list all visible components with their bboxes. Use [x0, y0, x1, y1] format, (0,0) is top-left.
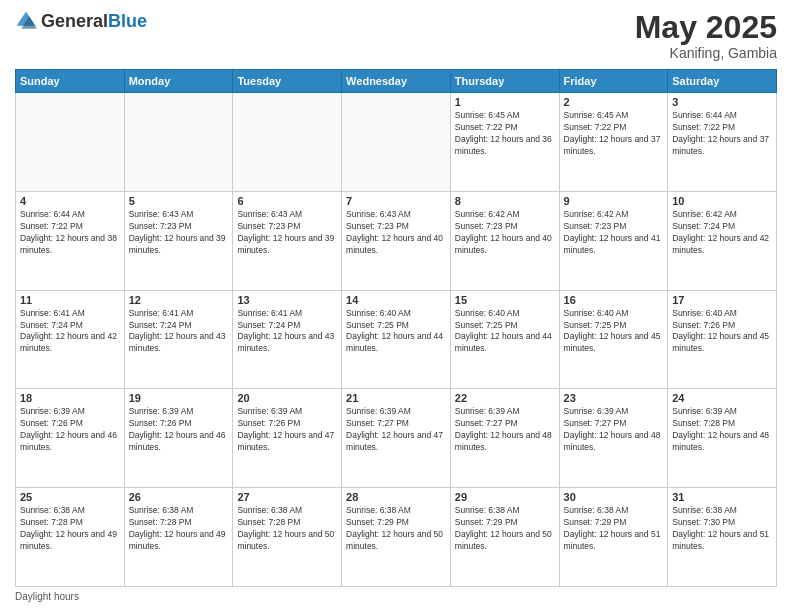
day-info: Sunrise: 6:38 AM Sunset: 7:28 PM Dayligh… — [20, 505, 120, 553]
day-info: Sunrise: 6:38 AM Sunset: 7:29 PM Dayligh… — [346, 505, 446, 553]
day-number: 11 — [20, 294, 120, 306]
day-info: Sunrise: 6:39 AM Sunset: 7:26 PM Dayligh… — [129, 406, 229, 454]
table-row: 25Sunrise: 6:38 AM Sunset: 7:28 PM Dayli… — [16, 488, 125, 587]
calendar-week-4: 18Sunrise: 6:39 AM Sunset: 7:26 PM Dayli… — [16, 389, 777, 488]
table-row: 13Sunrise: 6:41 AM Sunset: 7:24 PM Dayli… — [233, 290, 342, 389]
calendar-week-5: 25Sunrise: 6:38 AM Sunset: 7:28 PM Dayli… — [16, 488, 777, 587]
day-number: 8 — [455, 195, 555, 207]
day-info: Sunrise: 6:38 AM Sunset: 7:28 PM Dayligh… — [237, 505, 337, 553]
day-number: 31 — [672, 491, 772, 503]
day-number: 5 — [129, 195, 229, 207]
day-number: 29 — [455, 491, 555, 503]
location-title: Kanifing, Gambia — [635, 45, 777, 61]
day-number: 2 — [564, 96, 664, 108]
logo-general: General — [41, 11, 108, 31]
table-row: 19Sunrise: 6:39 AM Sunset: 7:26 PM Dayli… — [124, 389, 233, 488]
table-row: 15Sunrise: 6:40 AM Sunset: 7:25 PM Dayli… — [450, 290, 559, 389]
col-thursday: Thursday — [450, 70, 559, 93]
col-monday: Monday — [124, 70, 233, 93]
table-row: 29Sunrise: 6:38 AM Sunset: 7:29 PM Dayli… — [450, 488, 559, 587]
calendar-week-1: 1Sunrise: 6:45 AM Sunset: 7:22 PM Daylig… — [16, 93, 777, 192]
table-row: 22Sunrise: 6:39 AM Sunset: 7:27 PM Dayli… — [450, 389, 559, 488]
month-title: May 2025 — [635, 10, 777, 45]
day-info: Sunrise: 6:44 AM Sunset: 7:22 PM Dayligh… — [672, 110, 772, 158]
col-wednesday: Wednesday — [342, 70, 451, 93]
day-info: Sunrise: 6:39 AM Sunset: 7:27 PM Dayligh… — [346, 406, 446, 454]
day-number: 17 — [672, 294, 772, 306]
calendar-week-2: 4Sunrise: 6:44 AM Sunset: 7:22 PM Daylig… — [16, 191, 777, 290]
header: GeneralBlue May 2025 Kanifing, Gambia — [15, 10, 777, 61]
day-info: Sunrise: 6:39 AM Sunset: 7:27 PM Dayligh… — [564, 406, 664, 454]
day-number: 10 — [672, 195, 772, 207]
day-number: 4 — [20, 195, 120, 207]
day-info: Sunrise: 6:39 AM Sunset: 7:27 PM Dayligh… — [455, 406, 555, 454]
day-number: 25 — [20, 491, 120, 503]
day-info: Sunrise: 6:38 AM Sunset: 7:30 PM Dayligh… — [672, 505, 772, 553]
day-info: Sunrise: 6:38 AM Sunset: 7:29 PM Dayligh… — [564, 505, 664, 553]
day-number: 12 — [129, 294, 229, 306]
day-number: 28 — [346, 491, 446, 503]
table-row: 23Sunrise: 6:39 AM Sunset: 7:27 PM Dayli… — [559, 389, 668, 488]
day-info: Sunrise: 6:43 AM Sunset: 7:23 PM Dayligh… — [237, 209, 337, 257]
day-info: Sunrise: 6:39 AM Sunset: 7:26 PM Dayligh… — [237, 406, 337, 454]
calendar-table: Sunday Monday Tuesday Wednesday Thursday… — [15, 69, 777, 587]
table-row: 27Sunrise: 6:38 AM Sunset: 7:28 PM Dayli… — [233, 488, 342, 587]
logo: GeneralBlue — [15, 10, 147, 32]
day-info: Sunrise: 6:43 AM Sunset: 7:23 PM Dayligh… — [346, 209, 446, 257]
day-info: Sunrise: 6:44 AM Sunset: 7:22 PM Dayligh… — [20, 209, 120, 257]
table-row: 28Sunrise: 6:38 AM Sunset: 7:29 PM Dayli… — [342, 488, 451, 587]
logo-text: GeneralBlue — [41, 11, 147, 32]
table-row: 18Sunrise: 6:39 AM Sunset: 7:26 PM Dayli… — [16, 389, 125, 488]
calendar-week-3: 11Sunrise: 6:41 AM Sunset: 7:24 PM Dayli… — [16, 290, 777, 389]
day-info: Sunrise: 6:41 AM Sunset: 7:24 PM Dayligh… — [20, 308, 120, 356]
calendar-header-row: Sunday Monday Tuesday Wednesday Thursday… — [16, 70, 777, 93]
table-row: 9Sunrise: 6:42 AM Sunset: 7:23 PM Daylig… — [559, 191, 668, 290]
day-number: 16 — [564, 294, 664, 306]
table-row: 31Sunrise: 6:38 AM Sunset: 7:30 PM Dayli… — [668, 488, 777, 587]
day-number: 7 — [346, 195, 446, 207]
table-row: 20Sunrise: 6:39 AM Sunset: 7:26 PM Dayli… — [233, 389, 342, 488]
day-number: 14 — [346, 294, 446, 306]
day-number: 26 — [129, 491, 229, 503]
table-row: 8Sunrise: 6:42 AM Sunset: 7:23 PM Daylig… — [450, 191, 559, 290]
footer-note: Daylight hours — [15, 591, 777, 602]
table-row: 12Sunrise: 6:41 AM Sunset: 7:24 PM Dayli… — [124, 290, 233, 389]
logo-icon — [15, 10, 37, 32]
col-friday: Friday — [559, 70, 668, 93]
day-number: 24 — [672, 392, 772, 404]
table-row: 5Sunrise: 6:43 AM Sunset: 7:23 PM Daylig… — [124, 191, 233, 290]
day-number: 21 — [346, 392, 446, 404]
day-number: 23 — [564, 392, 664, 404]
day-info: Sunrise: 6:41 AM Sunset: 7:24 PM Dayligh… — [129, 308, 229, 356]
day-number: 13 — [237, 294, 337, 306]
table-row — [233, 93, 342, 192]
table-row: 6Sunrise: 6:43 AM Sunset: 7:23 PM Daylig… — [233, 191, 342, 290]
table-row: 4Sunrise: 6:44 AM Sunset: 7:22 PM Daylig… — [16, 191, 125, 290]
day-info: Sunrise: 6:40 AM Sunset: 7:26 PM Dayligh… — [672, 308, 772, 356]
day-number: 15 — [455, 294, 555, 306]
day-info: Sunrise: 6:40 AM Sunset: 7:25 PM Dayligh… — [455, 308, 555, 356]
footer-label: Daylight hours — [15, 591, 79, 602]
table-row: 3Sunrise: 6:44 AM Sunset: 7:22 PM Daylig… — [668, 93, 777, 192]
day-info: Sunrise: 6:45 AM Sunset: 7:22 PM Dayligh… — [455, 110, 555, 158]
page: GeneralBlue May 2025 Kanifing, Gambia Su… — [0, 0, 792, 612]
table-row: 14Sunrise: 6:40 AM Sunset: 7:25 PM Dayli… — [342, 290, 451, 389]
day-number: 18 — [20, 392, 120, 404]
day-number: 6 — [237, 195, 337, 207]
day-info: Sunrise: 6:39 AM Sunset: 7:26 PM Dayligh… — [20, 406, 120, 454]
col-saturday: Saturday — [668, 70, 777, 93]
day-info: Sunrise: 6:42 AM Sunset: 7:23 PM Dayligh… — [455, 209, 555, 257]
col-tuesday: Tuesday — [233, 70, 342, 93]
day-info: Sunrise: 6:43 AM Sunset: 7:23 PM Dayligh… — [129, 209, 229, 257]
day-info: Sunrise: 6:45 AM Sunset: 7:22 PM Dayligh… — [564, 110, 664, 158]
day-info: Sunrise: 6:42 AM Sunset: 7:24 PM Dayligh… — [672, 209, 772, 257]
table-row: 2Sunrise: 6:45 AM Sunset: 7:22 PM Daylig… — [559, 93, 668, 192]
day-info: Sunrise: 6:40 AM Sunset: 7:25 PM Dayligh… — [346, 308, 446, 356]
table-row: 24Sunrise: 6:39 AM Sunset: 7:28 PM Dayli… — [668, 389, 777, 488]
day-number: 27 — [237, 491, 337, 503]
day-number: 20 — [237, 392, 337, 404]
day-number: 9 — [564, 195, 664, 207]
table-row: 16Sunrise: 6:40 AM Sunset: 7:25 PM Dayli… — [559, 290, 668, 389]
day-info: Sunrise: 6:38 AM Sunset: 7:29 PM Dayligh… — [455, 505, 555, 553]
day-number: 22 — [455, 392, 555, 404]
